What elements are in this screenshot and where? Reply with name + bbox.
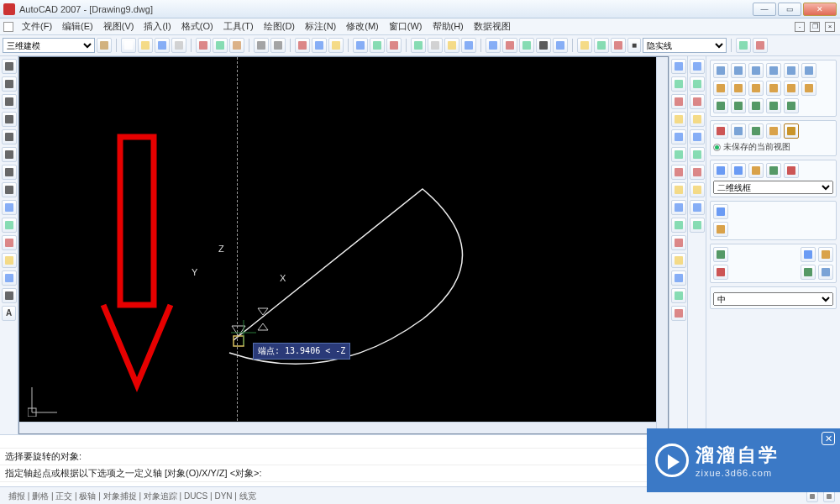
polyline-icon[interactable]: [2, 76, 17, 92]
text-a-icon[interactable]: A: [2, 306, 16, 321]
calc-icon[interactable]: [536, 38, 551, 53]
layer-icon[interactable]: [353, 38, 368, 53]
match-icon[interactable]: [386, 38, 402, 53]
zoom-icon[interactable]: [312, 38, 327, 53]
menu-view[interactable]: 视图(V): [98, 20, 139, 33]
undo-icon[interactable]: [254, 38, 269, 53]
mesh1-icon[interactable]: [713, 98, 728, 113]
properties-icon[interactable]: [370, 38, 385, 53]
view-iso-icon[interactable]: [690, 112, 705, 127]
rectangle-icon[interactable]: [2, 112, 17, 127]
menu-modify[interactable]: 修改(M): [341, 20, 384, 33]
copy-icon[interactable]: [213, 38, 228, 53]
vstyle4-icon[interactable]: [766, 163, 781, 178]
block-icon[interactable]: [411, 38, 426, 53]
named-view-icon[interactable]: [731, 123, 746, 139]
material1-icon[interactable]: [713, 204, 728, 219]
lightbulb-icon[interactable]: [577, 38, 592, 53]
slice-icon[interactable]: [671, 200, 686, 215]
mesh4-icon[interactable]: [766, 98, 781, 113]
visualstyle-selector[interactable]: 二维线框: [713, 181, 833, 194]
hatch-icon[interactable]: [444, 38, 459, 53]
workspace-selector[interactable]: 三维建模: [3, 38, 95, 53]
line-icon[interactable]: [2, 59, 17, 74]
linetype-selector[interactable]: 隐实线: [643, 38, 727, 53]
render-view-icon[interactable]: [690, 218, 705, 233]
subtract-icon[interactable]: [671, 165, 686, 180]
minimize-button[interactable]: —: [753, 3, 776, 16]
loft-icon[interactable]: [671, 129, 686, 144]
new-icon[interactable]: [121, 38, 136, 53]
layer-selector[interactable]: 中: [713, 292, 833, 306]
thicken-icon[interactable]: [671, 218, 686, 233]
solid-subtract-icon[interactable]: [731, 81, 746, 96]
solid-intersect-icon[interactable]: [748, 81, 764, 96]
view-front-icon[interactable]: [690, 76, 705, 92]
wedge-icon[interactable]: [731, 63, 746, 78]
materials-icon[interactable]: [690, 200, 705, 215]
measure-icon[interactable]: [428, 38, 443, 53]
menu-insert[interactable]: 插入(I): [139, 20, 176, 33]
walk-icon[interactable]: [690, 147, 705, 162]
grid-icon[interactable]: [486, 38, 501, 53]
table-icon[interactable]: [461, 38, 476, 53]
color-swatch[interactable]: ■: [627, 38, 641, 53]
canvas-scrollbar-vertical[interactable]: [656, 57, 668, 433]
mesh3-icon[interactable]: [748, 98, 764, 113]
render-icon[interactable]: [736, 38, 751, 53]
menu-draw[interactable]: 绘图(D): [259, 20, 300, 33]
mdi-close-icon[interactable]: ×: [825, 22, 835, 32]
presspull-icon[interactable]: [671, 76, 686, 92]
viewport-icon[interactable]: [748, 123, 764, 139]
mdi-restore-icon[interactable]: ❐: [810, 22, 820, 32]
canvas-scrollbar-horizontal[interactable]: [19, 422, 656, 433]
sweep-icon[interactable]: [671, 112, 686, 127]
help-icon[interactable]: [553, 38, 568, 53]
vstyle2-icon[interactable]: [731, 163, 746, 178]
print-icon[interactable]: [171, 38, 186, 53]
cone-icon[interactable]: [748, 63, 764, 78]
snap-icon[interactable]: [502, 38, 517, 53]
view-left-icon[interactable]: [690, 94, 705, 109]
saved-view-radio[interactable]: [713, 144, 721, 151]
watermark-close-icon[interactable]: ✕: [822, 432, 835, 445]
paste-icon[interactable]: [229, 38, 244, 53]
arc-icon[interactable]: [2, 129, 17, 144]
ucs-manage-icon[interactable]: [766, 123, 781, 139]
menu-dim[interactable]: 标注(N): [300, 20, 341, 33]
revolve-icon[interactable]: [671, 94, 686, 109]
polygon-icon[interactable]: [2, 94, 17, 109]
save-icon[interactable]: [155, 38, 170, 53]
circle-icon[interactable]: [2, 147, 17, 162]
solid-extrude-icon[interactable]: [766, 81, 781, 96]
spline-icon[interactable]: [2, 165, 17, 180]
vstyle1-icon[interactable]: [713, 163, 728, 178]
render3-icon[interactable]: [713, 265, 728, 280]
cylinder-icon[interactable]: [784, 63, 799, 78]
shell-icon[interactable]: [671, 270, 686, 286]
flatten-icon[interactable]: [671, 306, 686, 321]
section-icon[interactable]: [671, 288, 686, 303]
hatch-tool-icon[interactable]: [2, 218, 17, 233]
view-top-icon[interactable]: [690, 59, 705, 74]
open-icon[interactable]: [138, 38, 153, 53]
ortho-icon[interactable]: [519, 38, 534, 53]
menu-help[interactable]: 帮助(H): [428, 20, 469, 33]
menu-format[interactable]: 格式(O): [176, 20, 218, 33]
sun-settings-icon[interactable]: [818, 247, 833, 262]
menu-tools[interactable]: 工具(T): [218, 20, 259, 33]
vstyle5-icon[interactable]: [784, 163, 799, 178]
light-icon[interactable]: [690, 182, 705, 197]
render5-icon[interactable]: [818, 265, 833, 280]
sphere-icon[interactable]: [766, 63, 781, 78]
solid-revolve-icon[interactable]: [784, 81, 799, 96]
menu-file[interactable]: 文件(F): [17, 20, 57, 33]
view-manager-icon[interactable]: [713, 123, 728, 139]
torus-icon[interactable]: [801, 63, 816, 78]
pan-icon[interactable]: [328, 38, 344, 53]
vstyle3-icon[interactable]: [748, 163, 764, 178]
drawing-canvas[interactable]: X Y Z 端点: 13.9406 < -Z: [18, 56, 669, 434]
chamfer3d-icon[interactable]: [671, 253, 686, 268]
orbit-icon[interactable]: [690, 129, 705, 144]
cut-icon[interactable]: [196, 38, 211, 53]
